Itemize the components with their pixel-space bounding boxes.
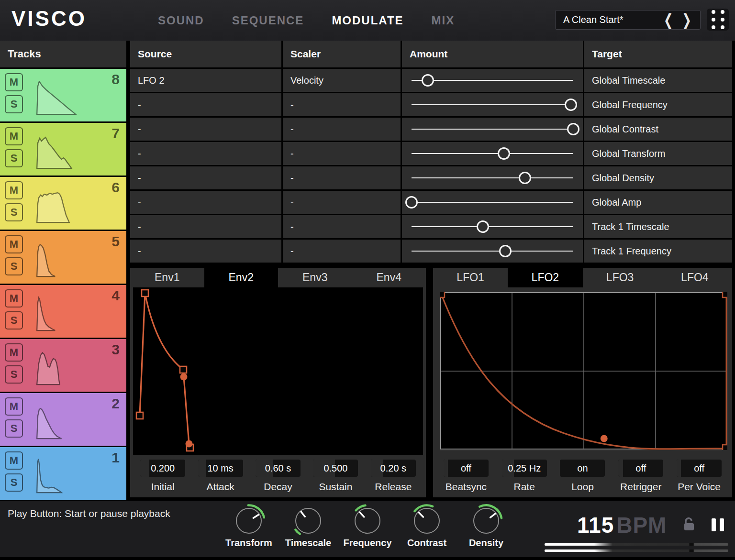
lfo-value-box[interactable]: off: [618, 460, 663, 477]
scaler-cell-4[interactable]: -: [283, 166, 401, 189]
amount-cell-6[interactable]: [402, 215, 583, 238]
target-cell-6[interactable]: Track 1 Timescale: [584, 215, 732, 238]
lfo-tab-lfo4[interactable]: LFO4: [657, 268, 732, 287]
solo-button[interactable]: S: [5, 257, 23, 275]
envelope-node-square[interactable]: [136, 412, 143, 419]
mute-button[interactable]: M: [5, 127, 23, 145]
lfo-node-square[interactable]: [723, 292, 727, 297]
mute-button[interactable]: M: [5, 451, 23, 470]
source-cell-1[interactable]: -: [130, 93, 281, 116]
envelope-editor[interactable]: [133, 287, 423, 455]
preset-prev-icon[interactable]: ❮: [664, 11, 673, 29]
knob-dial[interactable]: [409, 502, 445, 538]
lfo-value-box[interactable]: off: [444, 460, 489, 477]
env-value-box[interactable]: 0.200: [140, 460, 185, 477]
lfo-node-square[interactable]: [440, 292, 445, 297]
source-cell-3[interactable]: -: [130, 142, 281, 165]
solo-button[interactable]: S: [5, 419, 23, 438]
scaler-cell-3[interactable]: -: [283, 142, 401, 165]
scaler-cell-1[interactable]: -: [283, 93, 401, 116]
slider-knob[interactable]: [567, 123, 579, 135]
env-tab-env2[interactable]: Env2: [204, 268, 278, 287]
source-cell-5[interactable]: -: [130, 191, 281, 214]
source-cell-0[interactable]: LFO 2: [130, 69, 281, 92]
slider-knob[interactable]: [519, 172, 531, 184]
lfo-tab-lfo1[interactable]: LFO1: [433, 268, 508, 287]
amount-cell-7[interactable]: [402, 240, 583, 263]
knob-frequency[interactable]: Frequency: [338, 502, 397, 549]
knob-dial[interactable]: [231, 502, 267, 538]
knob-dial[interactable]: [468, 502, 504, 538]
amount-cell-5[interactable]: [402, 191, 583, 214]
play-pause-button[interactable]: [712, 518, 724, 531]
menu-button[interactable]: [707, 9, 729, 31]
slider-knob[interactable]: [477, 220, 489, 233]
mute-button[interactable]: M: [5, 235, 23, 253]
amount-cell-1[interactable]: [402, 93, 583, 116]
scaler-cell-5[interactable]: -: [283, 191, 401, 214]
lfo-tab-lfo2[interactable]: LFO2: [508, 268, 582, 287]
solo-button[interactable]: S: [5, 311, 23, 329]
lfo-node-square[interactable]: [723, 445, 727, 450]
mute-button[interactable]: M: [5, 73, 23, 91]
target-cell-4[interactable]: Global Density: [584, 166, 732, 189]
env-value-box[interactable]: 0.500: [313, 460, 358, 477]
solo-button[interactable]: S: [5, 365, 23, 384]
target-cell-0[interactable]: Global Timescale: [584, 69, 732, 92]
preset-next-icon[interactable]: ❯: [682, 11, 691, 29]
env-value-box[interactable]: 10 ms: [198, 460, 243, 477]
target-cell-3[interactable]: Global Transform: [584, 142, 732, 165]
tempo-display[interactable]: 115 BPM: [577, 512, 667, 538]
envelope-node-square[interactable]: [180, 366, 187, 373]
mute-button[interactable]: M: [5, 343, 23, 362]
env-tab-env3[interactable]: Env3: [278, 268, 352, 287]
scaler-cell-7[interactable]: -: [283, 240, 401, 263]
mute-button[interactable]: M: [5, 181, 23, 199]
slider-knob[interactable]: [422, 74, 434, 87]
slider-knob[interactable]: [499, 245, 512, 257]
track-row-5[interactable]: MS5: [0, 231, 126, 284]
track-row-3[interactable]: MS3: [0, 339, 126, 392]
knob-transform[interactable]: Transform: [219, 502, 278, 549]
knob-density[interactable]: Density: [457, 502, 516, 549]
source-cell-7[interactable]: -: [130, 240, 281, 263]
source-cell-4[interactable]: -: [130, 166, 281, 189]
bpm-value[interactable]: 115: [577, 512, 614, 538]
amount-cell-0[interactable]: [402, 69, 583, 92]
target-cell-5[interactable]: Global Amp: [584, 191, 732, 214]
lfo-value-box[interactable]: on: [560, 460, 605, 477]
solo-button[interactable]: S: [5, 473, 23, 492]
solo-button[interactable]: S: [5, 149, 23, 167]
scaler-cell-6[interactable]: -: [283, 215, 401, 238]
envelope-node-dot[interactable]: [180, 373, 188, 381]
solo-button[interactable]: S: [5, 95, 23, 113]
tab-sound[interactable]: SOUND: [158, 14, 204, 27]
target-cell-1[interactable]: Global Frequency: [584, 93, 732, 116]
target-cell-2[interactable]: Global Contrast: [584, 118, 732, 141]
amount-cell-2[interactable]: [402, 118, 583, 141]
knob-dial[interactable]: [290, 502, 326, 538]
solo-button[interactable]: S: [5, 203, 23, 221]
envelope-node-dot[interactable]: [186, 440, 193, 448]
knob-timescale[interactable]: Timescale: [278, 502, 338, 549]
env-tab-env1[interactable]: Env1: [130, 268, 204, 287]
source-cell-2[interactable]: -: [130, 118, 281, 141]
knob-dial[interactable]: [350, 502, 385, 538]
target-cell-7[interactable]: Track 1 Frequency: [584, 240, 732, 263]
lfo-tab-lfo3[interactable]: LFO3: [583, 268, 657, 287]
track-row-8[interactable]: MS8: [0, 69, 126, 121]
env-value-box[interactable]: 0.20 s: [371, 460, 416, 477]
preset-selector[interactable]: A Clean Start* ❮ ❯: [555, 10, 701, 30]
mute-button[interactable]: M: [5, 397, 23, 416]
lfo-editor[interactable]: [440, 292, 727, 450]
track-row-1[interactable]: MS1: [0, 447, 126, 500]
scaler-cell-2[interactable]: -: [283, 118, 401, 141]
lfo-value-box[interactable]: off: [677, 460, 722, 477]
tab-mix[interactable]: MIX: [432, 14, 455, 27]
envelope-node-square[interactable]: [142, 290, 148, 296]
lfo-value-box[interactable]: 0.25 Hz: [502, 460, 547, 477]
amount-cell-3[interactable]: [402, 142, 583, 165]
knob-contrast[interactable]: Contrast: [397, 502, 457, 549]
env-value-box[interactable]: 0.60 s: [256, 460, 301, 477]
tab-modulate[interactable]: MODULATE: [332, 14, 403, 27]
